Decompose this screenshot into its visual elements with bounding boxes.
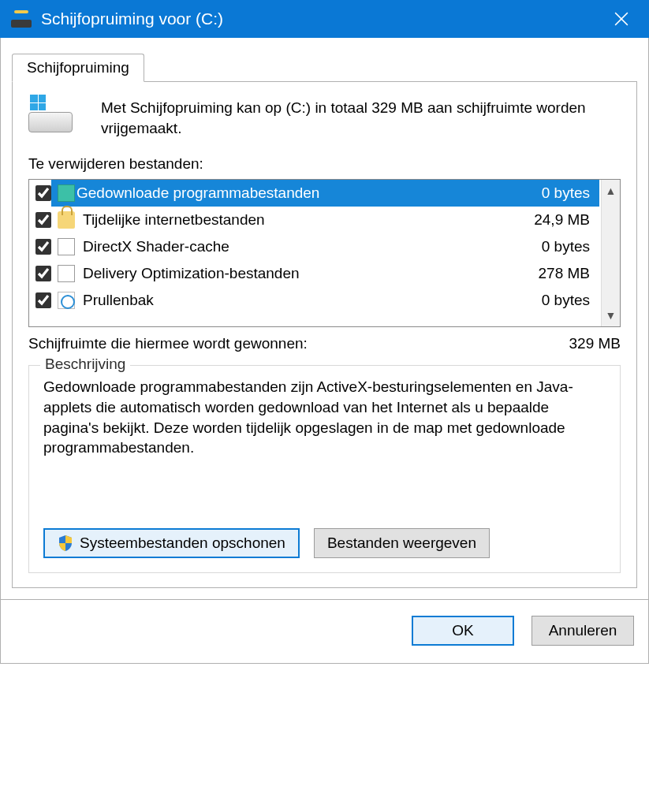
disk-cleanup-icon — [11, 10, 32, 28]
clean-system-files-button[interactable]: Systeembestanden opschonen — [43, 528, 300, 558]
scroll-down-icon[interactable]: ▼ — [602, 304, 620, 326]
tab-content: Met Schijfopruiming kan op (C:) in totaa… — [12, 81, 637, 588]
file-icon — [58, 238, 75, 255]
file-list: Gedownloade programmabestanden0 bytesTij… — [28, 179, 621, 327]
file-checkbox[interactable] — [35, 239, 51, 255]
titlebar: Schijfopruiming voor (C:) — [0, 0, 649, 38]
ok-button[interactable]: OK — [412, 616, 514, 646]
file-size: 0 bytes — [542, 238, 599, 255]
file-checkbox[interactable] — [35, 185, 51, 201]
file-row[interactable]: Gedownloade programmabestanden0 bytes — [29, 180, 601, 207]
dialog-button-row: OK Annuleren — [0, 600, 649, 664]
file-checkbox[interactable] — [35, 266, 51, 281]
total-gain-label: Schijfruimte die hiermee wordt gewonnen: — [28, 335, 569, 352]
intro-text: Met Schijfopruiming kan op (C:) in totaa… — [101, 98, 621, 138]
lock-icon — [58, 211, 75, 229]
shield-icon — [58, 535, 73, 552]
file-icon — [58, 265, 75, 282]
description-box: Beschrijving Gedownloade programmabestan… — [28, 365, 621, 573]
file-checkbox[interactable] — [35, 292, 51, 308]
file-size: 24,9 MB — [534, 211, 599, 229]
view-files-label: Bestanden weergeven — [327, 535, 476, 552]
file-name: DirectX Shader-cache — [81, 238, 542, 255]
folder-icon — [58, 184, 75, 202]
recycle-icon — [58, 292, 75, 309]
view-files-button[interactable]: Bestanden weergeven — [314, 528, 490, 558]
file-row[interactable]: Prullenbak0 bytes — [29, 287, 601, 314]
file-name: Gedownloade programmabestanden — [75, 184, 542, 202]
scrollbar[interactable]: ▲ ▼ — [601, 180, 620, 326]
drive-icon — [28, 99, 73, 132]
file-name: Tijdelijke internetbestanden — [81, 211, 534, 229]
file-row[interactable]: DirectX Shader-cache0 bytes — [29, 233, 601, 260]
total-gain-value: 329 MB — [569, 335, 621, 352]
close-button[interactable] — [600, 0, 643, 38]
file-size: 0 bytes — [542, 292, 599, 309]
close-icon — [614, 12, 628, 26]
tab-row: Schijfopruiming — [12, 54, 637, 82]
file-size: 278 MB — [539, 265, 599, 282]
file-row[interactable]: Delivery Optimization-bestanden278 MB — [29, 260, 601, 287]
description-text: Gedownloade programmabestanden zijn Acti… — [43, 377, 606, 511]
description-legend: Beschrijving — [40, 356, 130, 373]
file-row[interactable]: Tijdelijke internetbestanden24,9 MB — [29, 207, 601, 233]
file-size: 0 bytes — [542, 184, 599, 202]
file-name: Prullenbak — [81, 292, 542, 309]
window-title: Schijfopruiming voor (C:) — [41, 9, 600, 28]
files-to-delete-label: Te verwijderen bestanden: — [28, 155, 621, 173]
file-checkbox[interactable] — [35, 212, 51, 228]
file-name: Delivery Optimization-bestanden — [81, 265, 539, 282]
tab-disk-cleanup[interactable]: Schijfopruiming — [12, 54, 144, 82]
clean-system-files-label: Systeembestanden opschonen — [80, 535, 285, 552]
scroll-up-icon[interactable]: ▲ — [602, 180, 620, 202]
cancel-button[interactable]: Annuleren — [532, 616, 634, 646]
